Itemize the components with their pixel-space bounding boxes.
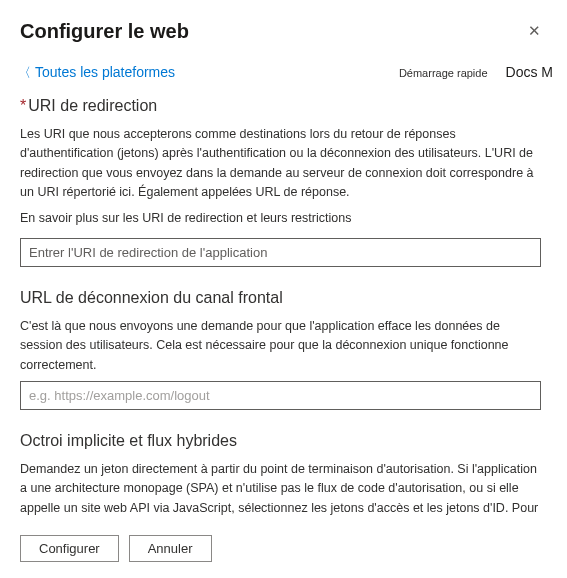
redirect-uri-title-text: URI de redirection — [28, 97, 157, 114]
redirect-uri-title: *URI de redirection — [20, 97, 541, 115]
required-mark: * — [20, 97, 26, 114]
implicit-grant-section: Octroi implicite et flux hybrides Demand… — [20, 432, 541, 522]
redirect-uri-learn-more: En savoir plus sur les URI de redirectio… — [20, 209, 541, 228]
logout-url-title: URL de déconnexion du canal frontal — [20, 289, 541, 307]
panel-title: Configurer le web — [20, 20, 189, 43]
redirect-uri-section: *URI de redirection Les URI que nous acc… — [20, 97, 541, 267]
implicit-grant-desc-text: Demandez un jeton directement à partir d… — [20, 462, 538, 522]
redirect-uri-input[interactable] — [20, 238, 541, 267]
panel-subheader: 〈 Toutes les plateformes Démarrage rapid… — [0, 54, 567, 90]
panel-footer: Configurer Annuler — [0, 522, 567, 578]
implicit-grant-desc: Demandez un jeton directement à partir d… — [20, 460, 541, 522]
back-all-platforms-link[interactable]: 〈 Toutes les plateformes — [18, 64, 175, 80]
redirect-uri-desc: Les URI que nous accepterons comme desti… — [20, 125, 541, 203]
close-button[interactable]: ✕ — [522, 18, 547, 44]
logout-url-desc: C'est là que nous envoyons une demande p… — [20, 317, 541, 375]
logout-url-input[interactable] — [20, 381, 541, 410]
header-right-links: Démarrage rapide Docs M — [399, 64, 553, 80]
quickstart-link[interactable]: Démarrage rapide — [399, 67, 488, 79]
back-label: Toutes les plateformes — [35, 64, 175, 80]
cancel-button[interactable]: Annuler — [129, 535, 212, 562]
close-icon: ✕ — [528, 22, 541, 39]
implicit-grant-title: Octroi implicite et flux hybrides — [20, 432, 541, 450]
logout-url-section: URL de déconnexion du canal frontal C'es… — [20, 289, 541, 410]
chevron-left-icon: 〈 — [18, 66, 31, 79]
configure-button[interactable]: Configurer — [20, 535, 119, 562]
panel-header: Configurer le web ✕ — [0, 0, 567, 54]
panel-scroll-area[interactable]: *URI de redirection Les URI que nous acc… — [0, 90, 559, 522]
docs-link[interactable]: Docs M — [506, 64, 553, 80]
configure-web-panel: Configurer le web ✕ 〈 Toutes les platefo… — [0, 0, 567, 578]
